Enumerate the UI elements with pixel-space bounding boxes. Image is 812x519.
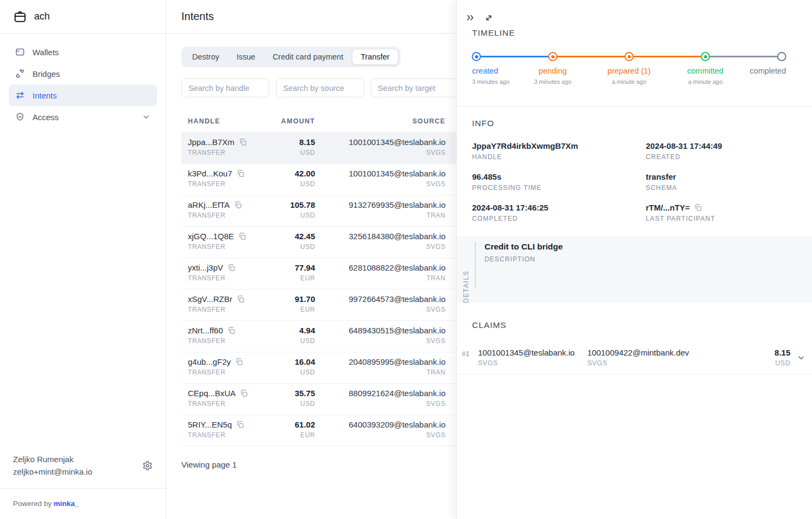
info-field-value: JppaY7Rd4irkbXwmgB7Xm [472,141,578,150]
timeline-step-label: prepared (1) [607,67,651,75]
row-amount: 42.45 [269,232,315,241]
chevron-down-icon [142,113,150,121]
info-field-value: 2024-08-31 17:46:25 [472,203,548,212]
table-row[interactable]: zNrt...ff60 TRANSFER [181,320,456,352]
row-source: 9132769935@teslabank.io [315,200,446,209]
timeline-node-icon [625,52,634,61]
row-currency: EUR [269,306,315,313]
table-row[interactable]: k3Pd...Kou7 TRANSFER [181,163,456,195]
details-tab-label: DETAILS [462,243,470,303]
table-row[interactable]: yxti...j3pV TRANSFER [181,258,456,289]
info-field: 2024-08-31 17:46:25 COMPLETED [472,203,646,222]
claim-row[interactable]: #1 1001001345@teslabank.io SVGS 10010094… [457,341,812,375]
copy-icon[interactable] [239,138,247,146]
row-amount: 91.70 [269,294,315,304]
sidebar-item-access[interactable]: Access [9,106,157,128]
copy-icon[interactable] [227,264,235,272]
main-header: Intents [166,0,456,34]
chevron-down-icon[interactable] [797,353,806,362]
copy-icon[interactable] [236,421,244,429]
table-row[interactable]: aRKj...EfTA TRANSFER [181,195,456,226]
copy-icon[interactable] [694,203,702,212]
table-header: HANDLE AMOUNT SOURCE [181,111,456,132]
row-handle: yxti...j3pV [188,263,223,272]
copy-icon[interactable] [235,358,243,366]
sidebar-nav: Wallets Bridges [0,34,166,128]
timeline-segment [476,56,553,57]
expand-panel-icon[interactable] [484,13,494,23]
copy-icon[interactable] [234,201,242,209]
sidebar-item-label: Intents [32,91,57,100]
row-source-symbol: TRAN [315,212,446,219]
copy-icon[interactable] [237,295,245,303]
tab-issue[interactable]: Issue [228,49,264,65]
row-amount: 8.15 [269,137,315,147]
sidebar-item-label: Bridges [32,69,60,78]
row-handle: xjGQ...1Q8E [188,232,234,241]
row-type: TRANSFER [188,212,269,219]
table-row[interactable]: 5RIY...EN5q TRANSFER [181,415,456,446]
search-input-source[interactable] [276,78,364,97]
details-tab[interactable]: DETAILS [457,236,475,303]
claim-currency: USD [775,359,790,367]
row-amount: 77.94 [269,263,315,272]
copy-icon[interactable] [238,232,246,240]
sidebar-item-label: Wallets [32,48,59,57]
row-handle: 5RIY...EN5q [188,420,232,429]
sidebar-spacer [0,128,166,446]
collapse-panel-icon[interactable] [466,13,475,23]
schema-tabs: Destroy Issue Credit card payment Transf… [181,47,401,67]
row-type: TRANSFER [188,274,269,282]
row-handle: CEpq...BxUA [188,389,235,398]
search-input-handle[interactable] [181,78,270,97]
copy-icon[interactable] [227,326,235,334]
panel-toolbar [457,0,812,28]
row-source: 1001001345@teslabank.io [315,169,446,178]
row-handle: xSgV...RZBr [188,294,232,304]
claim-target-symbol: SVGS [587,359,775,367]
tab-destroy[interactable]: Destroy [184,49,228,65]
claim-source-symbol: SVGS [478,359,587,367]
timeline-step-label: created [472,67,509,75]
row-amount: 16.04 [269,357,315,366]
powered-by-label: Powered by [13,500,51,508]
claim-source: 1001001345@teslabank.io [478,348,587,357]
info-section: INFO JppaY7Rd4irkbXwmgB7Xm HANDLE 2024-0… [457,107,812,222]
info-field-label: COMPLETED [472,215,646,222]
plug-bridge-icon [15,69,25,78]
row-amount: 105.78 [269,200,315,209]
row-currency: USD [269,369,315,376]
search-input-target[interactable] [371,78,456,97]
info-field-label: LAST PARTICIPANT [646,215,786,222]
minka-brand-link[interactable]: minka_ [54,500,79,508]
row-type: TRANSFER [188,369,269,376]
sidebar-item-bridges[interactable]: Bridges [9,63,157,84]
copy-icon[interactable] [237,169,245,178]
gear-icon[interactable] [142,461,153,471]
sidebar-item-wallets[interactable]: Wallets [9,41,157,63]
row-type: TRANSFER [188,149,269,156]
table-row[interactable]: CEpq...BxUA TRANSFER [181,383,456,415]
row-currency: USD [269,180,315,188]
row-source-symbol: SVGS [315,337,446,345]
timeline-step-label: pending [534,67,571,75]
info-field: transfer SCHEMA [646,172,786,192]
table-row[interactable]: g4ub...gF2y TRANSFER [181,352,456,383]
table-row[interactable]: xSgV...RZBr TRANSFER [181,289,456,320]
timeline-heading: TIMELINE [472,28,786,38]
tab-credit-card-payment[interactable]: Credit card payment [264,49,352,65]
user-name: Zeljko Rumenjak [13,455,142,464]
row-currency: USD [269,212,315,219]
timeline-node-icon [701,52,710,61]
table-row[interactable]: xjGQ...1Q8E TRANSFER [181,226,456,258]
table-row[interactable]: Jppa...B7Xm TRANSFER [181,132,456,163]
timeline-section: TIMELINE [457,28,812,98]
sidebar-header: ach [0,0,166,34]
timeline-node-icon [777,52,787,61]
row-currency: USD [269,243,315,251]
row-handle: aRKj...EfTA [188,200,230,209]
tab-transfer[interactable]: Transfer [352,49,398,65]
copy-icon[interactable] [240,389,248,397]
info-field: 96.485s PROCESSING TIME [472,172,646,192]
sidebar-item-intents[interactable]: Intents [9,84,157,106]
